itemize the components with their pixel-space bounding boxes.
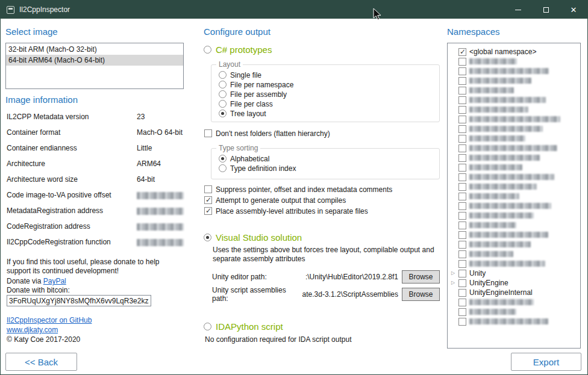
flatten-checkbox-row[interactable]: Don't nest folders (flatten hierarchy) [204, 129, 330, 138]
checkbox-icon[interactable] [458, 270, 466, 277]
checkbox-icon[interactable] [458, 48, 466, 56]
namespace-item[interactable]: <global namespace> [451, 47, 578, 57]
namespace-item[interactable]: ▷Unity [451, 268, 578, 278]
unity-editor-path-label: Unity editor path: [212, 273, 267, 281]
radio-option-label: Alphabetical [230, 155, 269, 163]
checkbox-icon[interactable] [458, 67, 466, 75]
namespace-item[interactable] [451, 297, 578, 307]
image-list-item[interactable]: 32-bit ARM (Mach-O 32-bit) [6, 44, 183, 55]
radio-option-row[interactable]: Alphabetical [219, 154, 439, 163]
namespace-item[interactable] [451, 307, 578, 317]
unity-script-path-value[interactable]: ate.3d-3.1.2\ScriptAssemblies [302, 290, 398, 299]
checkbox-icon[interactable] [458, 212, 466, 220]
checkbox-icon[interactable] [458, 144, 466, 152]
window-title: Il2CppInspector [19, 5, 70, 14]
github-link[interactable]: Il2CppInspector on GitHub [7, 316, 92, 324]
namespace-item[interactable] [451, 105, 578, 114]
namespace-item[interactable] [451, 201, 578, 211]
checkbox-icon[interactable] [458, 299, 466, 306]
namespace-item[interactable] [451, 85, 578, 95]
checkbox-icon[interactable] [458, 231, 466, 239]
namespace-item[interactable] [451, 172, 578, 182]
namespace-tree: <global namespace>▷Unity▷UnityEngineUnit… [447, 43, 581, 349]
paypal-link[interactable]: PayPal [43, 277, 66, 285]
checkbox-icon[interactable] [458, 116, 466, 123]
checkbox-icon[interactable] [458, 279, 466, 287]
checkbox-option-row[interactable]: Place assembly-level attributes in separ… [204, 206, 392, 215]
checkbox-icon[interactable] [458, 183, 466, 191]
maximize-button[interactable] [532, 1, 560, 19]
checkbox-icon [204, 196, 212, 204]
namespace-item[interactable] [451, 143, 578, 153]
radio-option-row[interactable]: Type definition index [219, 164, 439, 173]
browse-editor-button[interactable]: Browse [402, 270, 440, 284]
checkbox-icon[interactable] [458, 222, 466, 229]
checkbox-icon[interactable] [458, 308, 466, 316]
radio-option-row[interactable]: Single file [219, 70, 439, 79]
namespace-item[interactable] [451, 95, 578, 105]
namespace-item[interactable] [451, 220, 578, 230]
namespace-item[interactable] [451, 249, 578, 259]
website-link[interactable]: www.djkaty.com [7, 326, 58, 334]
expander-icon[interactable]: ▷ [451, 278, 458, 288]
namespace-item[interactable] [451, 240, 578, 249]
checkbox-option-row[interactable]: Attempt to generate output that compiles [204, 196, 392, 205]
checkbox-icon[interactable] [458, 164, 466, 172]
namespace-item[interactable] [451, 76, 578, 85]
export-button[interactable]: Export [511, 353, 581, 371]
checkbox-icon[interactable] [458, 135, 466, 143]
checkbox-icon[interactable] [458, 58, 466, 66]
namespace-item[interactable] [451, 66, 578, 76]
namespace-item[interactable] [451, 182, 578, 191]
radio-option-row[interactable]: Tree layout [219, 109, 439, 118]
checkbox-icon[interactable] [458, 106, 466, 114]
info-value: ARM64 [137, 160, 184, 168]
checkbox-icon[interactable] [458, 125, 466, 133]
expander-icon[interactable]: ▷ [451, 268, 458, 278]
csharp-prototypes-radio[interactable]: C# prototypes [204, 45, 272, 55]
bitcoin-address-input[interactable] [7, 295, 151, 306]
namespace-item[interactable]: UnityEngineInternal [451, 288, 578, 297]
checkbox-icon[interactable] [458, 260, 466, 268]
checkbox-icon[interactable] [458, 173, 466, 181]
minimize-button[interactable] [504, 1, 532, 19]
unity-editor-path-value[interactable]: :\Unity\Hub\Editor\2019.2.8f1 [305, 273, 398, 281]
namespace-item[interactable] [451, 211, 578, 220]
namespace-item[interactable] [451, 114, 578, 124]
namespace-item[interactable] [451, 153, 578, 163]
radio-option-row[interactable]: File per class [219, 99, 439, 108]
checkbox-icon[interactable] [458, 193, 466, 200]
visual-studio-radio[interactable]: Visual Studio solution [204, 232, 302, 243]
checkbox-icon[interactable] [458, 250, 466, 258]
browse-script-button[interactable]: Browse [402, 288, 440, 301]
namespace-item[interactable] [451, 259, 578, 268]
namespace-item[interactable]: ▷UnityEngine [451, 278, 578, 288]
image-list-item[interactable]: 64-bit ARM64 (Mach-O 64-bit) [6, 55, 183, 66]
namespace-item[interactable] [451, 230, 578, 240]
close-button[interactable]: ✕ [560, 1, 587, 19]
namespace-item[interactable] [451, 191, 578, 201]
info-value: Mach-O 64-bit [137, 128, 184, 137]
namespace-item[interactable] [451, 124, 578, 134]
info-label: Architecture [7, 160, 137, 168]
checkbox-icon[interactable] [458, 241, 466, 249]
namespace-item[interactable] [451, 163, 578, 172]
checkbox-icon[interactable] [458, 154, 466, 162]
radio-option-row[interactable]: File per namespace [219, 80, 439, 89]
namespace-item[interactable] [451, 317, 578, 326]
image-listbox[interactable]: 32-bit ARM (Mach-O 32-bit)64-bit ARM64 (… [5, 43, 184, 89]
checkbox-icon[interactable] [458, 77, 466, 85]
idapython-radio[interactable]: IDAPython script [204, 321, 283, 332]
checkbox-option-row[interactable]: Suppress pointer, offset and index metad… [204, 185, 392, 194]
minimize-icon [515, 10, 521, 10]
checkbox-icon[interactable] [458, 87, 466, 95]
back-button[interactable]: << Back [5, 353, 77, 371]
namespace-item[interactable] [451, 134, 578, 143]
checkbox-icon[interactable] [458, 96, 466, 104]
checkbox-icon[interactable] [458, 289, 466, 297]
namespace-item[interactable] [451, 57, 578, 66]
checkbox-icon[interactable] [458, 318, 466, 326]
layout-group-caption: Layout [216, 60, 243, 69]
radio-option-row[interactable]: File per assembly [219, 90, 439, 99]
checkbox-icon[interactable] [458, 202, 466, 210]
